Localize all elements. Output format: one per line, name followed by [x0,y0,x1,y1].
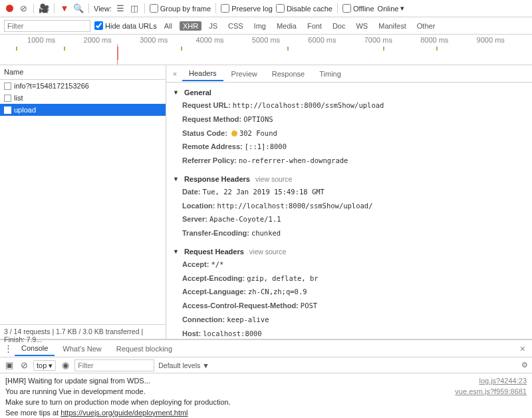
type-xhr[interactable]: XHR [180,21,201,31]
request-list-panel: Name info?t=1548172153266 list upload 3 … [0,65,166,339]
console-output: [HMR] Waiting for update signal from WDS… [0,373,532,418]
clear-icon[interactable]: ⊘ [18,3,29,14]
request-row[interactable]: info?t=1548172153266 [0,80,166,92]
close-detail-icon[interactable]: × [169,70,181,78]
log-levels-select[interactable]: Default levels ▼ [158,361,209,369]
filter-icon[interactable]: ▼ [59,3,70,14]
main-toolbar: ⊘ 🎥 ▼ 🔍 View: ☰ ◫ Group by frame Preserv… [0,0,532,17]
name-header[interactable]: Name [0,65,166,80]
type-ws[interactable]: WS [352,21,371,31]
type-other[interactable]: Other [414,21,439,31]
type-all[interactable]: All [161,21,176,31]
large-view-icon[interactable]: ◫ [129,3,140,14]
filter-bar: Hide data URLs All XHR JS CSS Img Media … [0,17,532,35]
close-drawer-icon[interactable]: × [516,343,529,354]
list-view-icon[interactable]: ☰ [115,3,126,14]
headers-panel: ▼General Request URL: http://localhost:8… [166,83,532,339]
tab-whatsnew[interactable]: What's New [56,342,108,355]
view-label: View: [94,5,112,13]
group-by-frame-checkbox[interactable]: Group by frame [150,4,211,13]
section-request-headers[interactable]: ▼Request Headers view source [173,246,525,258]
console-clear-icon[interactable]: ⊘ [19,360,29,371]
timeline[interactable]: 1000 ms2000 ms3000 ms4000 ms5000 ms6000 … [0,35,532,65]
type-doc[interactable]: Doc [329,21,349,31]
type-font[interactable]: Font [304,21,325,31]
disable-cache-checkbox[interactable]: Disable cache [276,4,332,13]
capture-icon[interactable]: 🎥 [39,3,49,14]
search-icon[interactable]: 🔍 [73,3,84,14]
console-filter-input[interactable] [74,359,154,371]
tab-request-blocking[interactable]: Request blocking [110,342,179,355]
type-media[interactable]: Media [273,21,300,31]
record-button[interactable] [4,3,15,14]
tab-response[interactable]: Response [265,67,312,81]
request-row-selected[interactable]: upload [0,104,166,116]
request-row[interactable]: list [0,92,166,104]
console-sidebar-icon[interactable]: ▣ [4,360,15,371]
source-link[interactable]: log.js?4244:23 [479,376,527,387]
section-response-headers[interactable]: ▼Response Headers view source [173,173,525,185]
request-summary: 3 / 14 requests | 1.7 KB / 3.0 KB transf… [0,324,166,339]
offline-checkbox[interactable]: Offline [342,4,374,13]
hide-data-urls-checkbox[interactable]: Hide data URLs [94,21,157,30]
filter-input[interactable] [4,20,90,32]
type-manifest[interactable]: Manifest [375,21,410,31]
source-link[interactable]: vue.esm.js?f959:8681 [455,387,527,397]
gear-icon[interactable]: ⚙ [521,361,528,369]
type-js[interactable]: JS [205,21,221,31]
throttle-select[interactable]: Online ▾ [378,4,405,13]
type-css[interactable]: CSS [225,21,247,31]
tab-timing[interactable]: Timing [313,67,348,81]
drawer: ⋮ Console What's New Request blocking × … [0,339,532,418]
detail-tabs: × Headers Preview Response Timing [166,65,532,83]
eye-icon[interactable]: ◉ [60,360,70,371]
tab-headers[interactable]: Headers [182,67,223,81]
context-select[interactable]: top ▾ [33,360,56,371]
preserve-log-checkbox[interactable]: Preserve log [221,4,273,13]
type-img[interactable]: Img [251,21,269,31]
section-general[interactable]: ▼General [173,87,525,99]
tab-preview[interactable]: Preview [225,67,264,81]
tab-console[interactable]: Console [15,341,55,356]
drawer-menu-icon[interactable]: ⋮ [3,343,13,354]
